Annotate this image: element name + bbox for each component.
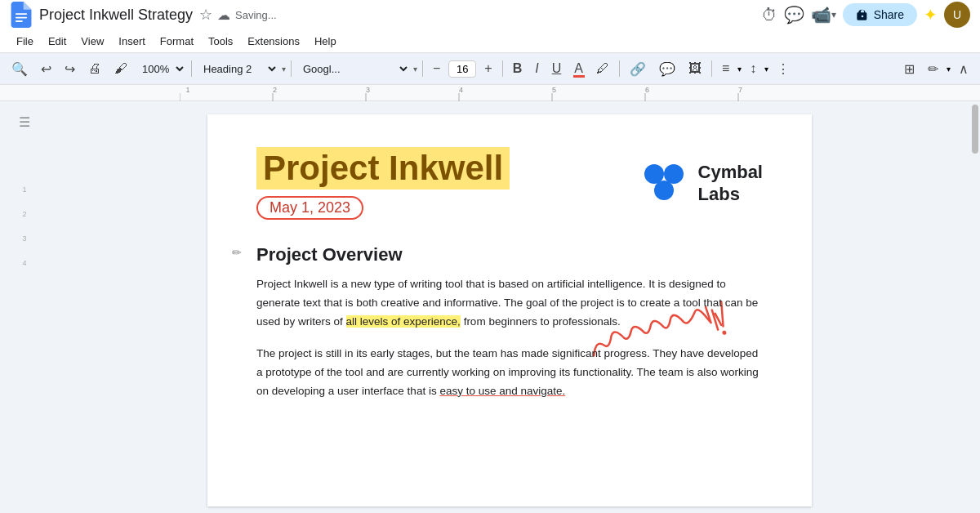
font-size-decrease[interactable]: − xyxy=(428,58,445,79)
document-main-title: Project Inkwell xyxy=(256,147,510,190)
menu-edit[interactable]: Edit xyxy=(42,32,73,51)
insert-comment-button[interactable]: 💬 xyxy=(654,58,680,80)
separator6 xyxy=(711,60,712,77)
collapse-toolbar-button[interactable]: ∧ xyxy=(954,58,973,80)
separator2 xyxy=(291,60,292,77)
menu-help[interactable]: Help xyxy=(308,32,343,51)
svg-rect-1 xyxy=(16,17,27,19)
document-date: May 1, 2023 xyxy=(256,196,363,220)
search-button[interactable]: 🔍 xyxy=(7,58,33,80)
separator5 xyxy=(619,60,620,77)
more-options-button[interactable]: ⋮ xyxy=(772,58,795,80)
underline-button[interactable]: U xyxy=(547,58,567,79)
zoom-selector[interactable]: 100% 75% 150% xyxy=(136,60,186,78)
spacing-chevron: ▾ xyxy=(764,65,768,74)
separator4 xyxy=(502,60,503,77)
menu-view[interactable]: View xyxy=(74,32,110,51)
menu-file[interactable]: File xyxy=(10,32,40,51)
title-bar: Project Inkwell Strategy ☆ ☁ Saving... ⏱… xyxy=(0,0,980,29)
format-paint-button[interactable]: 🖌 xyxy=(109,58,132,79)
section-heading: Project Overview xyxy=(256,244,763,265)
cymbal-logo-icon xyxy=(639,159,688,208)
save-to-drive-icon[interactable]: ☁ xyxy=(217,7,230,23)
edit-icon[interactable]: ✏ xyxy=(232,246,242,259)
style-dropdown[interactable]: Heading 2 Normal text Heading 1 Heading … xyxy=(197,60,278,78)
menu-extensions[interactable]: Extensions xyxy=(241,32,306,51)
left-sidebar: ☰ 1 2 3 4 xyxy=(0,101,49,513)
menu-bar: File Edit View Insert Format Tools Exten… xyxy=(0,29,980,52)
page-num-4: 4 xyxy=(22,259,26,267)
underlined-text: easy to use and navigate. xyxy=(439,385,565,397)
svg-rect-2 xyxy=(16,20,23,22)
ruler: 1 2 3 4 5 6 7 xyxy=(0,85,980,101)
video-button[interactable]: 📹▾ xyxy=(811,5,836,25)
star-icon[interactable]: ☆ xyxy=(199,6,212,24)
line-spacing-button[interactable]: ↕ xyxy=(745,58,761,79)
avatar[interactable]: U xyxy=(944,2,970,28)
insert-image-button[interactable]: 🖼 xyxy=(684,58,706,79)
outline-toggle[interactable]: ☰ xyxy=(19,114,30,130)
text-color-button[interactable]: A xyxy=(569,58,588,79)
svg-rect-0 xyxy=(16,13,27,15)
ruler-inner: 1 2 3 4 5 6 7 xyxy=(180,85,800,100)
svg-text:2: 2 xyxy=(273,86,277,94)
font-chevron: ▾ xyxy=(413,65,417,74)
paragraph-2: The project is still in its early stages… xyxy=(256,345,763,401)
svg-point-18 xyxy=(644,164,664,184)
svg-text:5: 5 xyxy=(552,86,556,94)
svg-point-19 xyxy=(664,164,684,184)
cymbal-logo: Cymbal Labs xyxy=(639,159,763,208)
print-button[interactable]: 🖨 xyxy=(83,58,106,79)
cymbal-text: Cymbal Labs xyxy=(698,162,763,205)
comment-button[interactable]: 💬 xyxy=(784,5,804,25)
mode-button[interactable]: ⊞ xyxy=(899,58,920,80)
italic-button[interactable]: I xyxy=(530,58,543,79)
link-button[interactable]: 🔗 xyxy=(625,58,651,80)
page-num-2: 2 xyxy=(22,210,26,218)
align-chevron: ▾ xyxy=(737,65,742,74)
highlighted-text: all levels of experience, xyxy=(346,315,461,328)
bold-button[interactable]: B xyxy=(508,58,528,79)
style-chevron: ▾ xyxy=(282,65,286,74)
svg-point-20 xyxy=(654,181,674,200)
menu-tools[interactable]: Tools xyxy=(202,32,239,51)
highlight-button[interactable]: 🖊 xyxy=(591,58,614,79)
section-overview: ✏ Project Overview Project Inkwell is a … xyxy=(256,244,763,401)
spark-icon[interactable]: ✦ xyxy=(924,5,938,25)
title-icons: ☆ ☁ Saving... xyxy=(199,6,277,24)
paragraph-1: Project Inkwell is a new type of writing… xyxy=(256,275,763,332)
doc-container[interactable]: Project Inkwell May 1, 2023 Cymbal Labs xyxy=(49,101,970,513)
svg-text:3: 3 xyxy=(366,86,370,94)
history-button[interactable]: ⏱ xyxy=(761,6,777,25)
font-size-value[interactable]: 16 xyxy=(452,63,472,75)
suggestions-chevron: ▾ xyxy=(947,65,951,74)
page-num-1: 1 xyxy=(22,185,26,194)
font-size-box: 16 xyxy=(448,60,476,78)
doc-header: Project Inkwell May 1, 2023 Cymbal Labs xyxy=(256,147,763,220)
suggestions-button[interactable]: ✏ xyxy=(923,58,943,80)
svg-text:1: 1 xyxy=(186,86,190,94)
font-dropdown[interactable]: Googl... Arial Times New Roman xyxy=(296,60,410,78)
zoom-dropdown[interactable]: 100% 75% 150% xyxy=(136,60,186,78)
svg-text:7: 7 xyxy=(738,86,742,94)
separator1 xyxy=(191,60,192,77)
toolbar: 🔍 ↩ ↪ 🖨 🖌 100% 75% 150% Heading 2 Normal… xyxy=(0,52,980,85)
page-num-3: 3 xyxy=(22,234,26,243)
document-title[interactable]: Project Inkwell Strategy xyxy=(39,7,193,24)
menu-format[interactable]: Format xyxy=(154,32,200,51)
svg-text:6: 6 xyxy=(645,86,649,94)
saving-text: Saving... xyxy=(235,9,277,21)
right-sidebar xyxy=(970,101,980,513)
doc-title-block: Project Inkwell May 1, 2023 xyxy=(256,147,510,220)
font-size-increase[interactable]: + xyxy=(479,58,497,79)
main-area: ☰ 1 2 3 4 Project Inkwell May 1, 2023 xyxy=(0,101,980,513)
share-button[interactable]: Share xyxy=(843,3,917,26)
undo-button[interactable]: ↩ xyxy=(36,58,56,80)
google-docs-icon xyxy=(10,2,33,28)
svg-text:4: 4 xyxy=(459,86,463,94)
redo-button[interactable]: ↪ xyxy=(60,58,80,80)
menu-insert[interactable]: Insert xyxy=(112,32,152,51)
document: Project Inkwell May 1, 2023 Cymbal Labs xyxy=(207,114,812,506)
align-button[interactable]: ≡ xyxy=(717,58,734,79)
separator3 xyxy=(422,60,423,77)
